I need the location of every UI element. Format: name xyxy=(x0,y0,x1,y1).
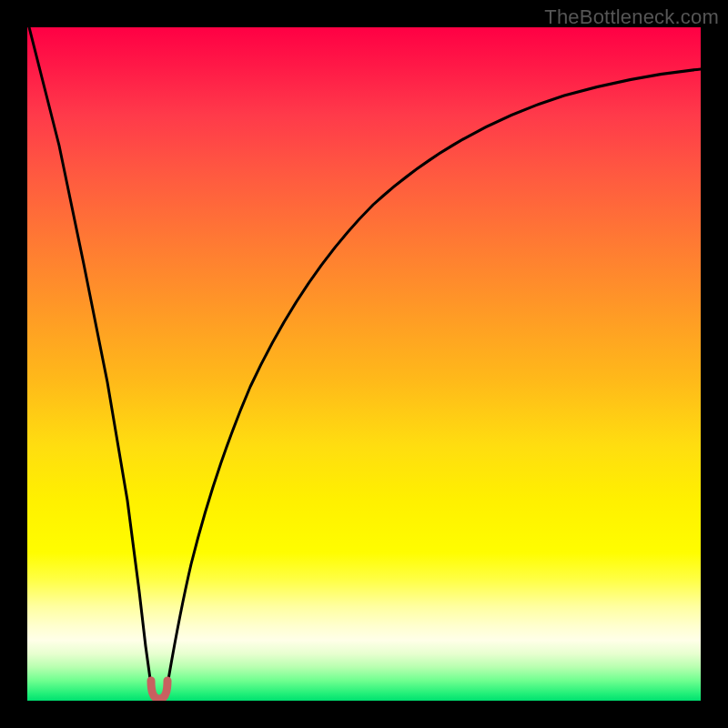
chart-curves xyxy=(27,27,701,701)
left-branch-curve xyxy=(29,27,152,690)
right-branch-curve xyxy=(167,69,701,690)
optimum-marker xyxy=(151,681,167,699)
watermark-text: TheBottleneck.com xyxy=(544,5,719,29)
chart-frame: TheBottleneck.com xyxy=(0,0,728,728)
